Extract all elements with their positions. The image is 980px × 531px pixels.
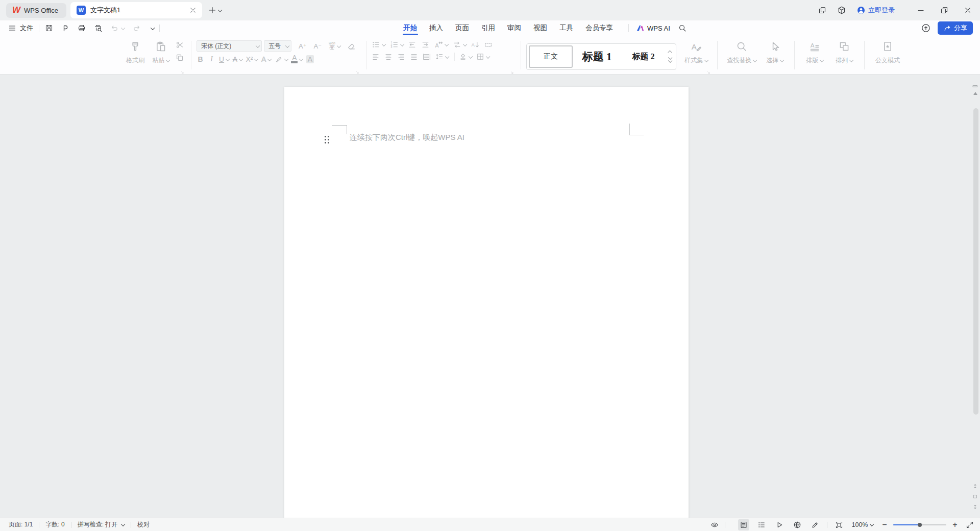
- document-page[interactable]: 连续按下两次Ctrl键，唤起WPS AI: [284, 87, 689, 518]
- tab-home[interactable]: 开始: [403, 20, 417, 36]
- edit-mode-button[interactable]: [810, 519, 821, 530]
- select-button[interactable]: 选择: [761, 40, 789, 74]
- font-color-button[interactable]: A: [291, 55, 303, 63]
- bullet-list-button[interactable]: [372, 40, 385, 49]
- highlight-button[interactable]: [275, 55, 288, 63]
- borders-button[interactable]: [476, 53, 489, 61]
- arrange-button[interactable]: 排列: [829, 40, 859, 74]
- paragraph-drag-handle-icon[interactable]: [325, 136, 330, 144]
- copy-button[interactable]: [176, 54, 184, 62]
- font-size-select[interactable]: 五号: [264, 40, 291, 52]
- close-window-button[interactable]: [964, 6, 972, 14]
- zoom-slider-handle[interactable]: [918, 523, 922, 527]
- undo-button[interactable]: [110, 24, 118, 32]
- tab-stops-button[interactable]: [484, 40, 493, 49]
- export-pdf-button[interactable]: [61, 24, 69, 32]
- bold-button[interactable]: B: [197, 55, 204, 63]
- app-center-icon[interactable]: [837, 6, 846, 15]
- browse-object-button[interactable]: [972, 493, 978, 499]
- char-scale-button[interactable]: A: [434, 40, 448, 49]
- text-effects-button[interactable]: A: [261, 55, 271, 63]
- tab-member[interactable]: 会员专享: [585, 20, 613, 36]
- fullscreen-icon[interactable]: [966, 521, 974, 529]
- cut-button[interactable]: [176, 41, 184, 49]
- tab-insert[interactable]: 插入: [429, 20, 443, 36]
- clipboard-dialog-launcher-icon[interactable]: [180, 68, 185, 73]
- zoom-level[interactable]: 100%: [852, 521, 873, 528]
- numbered-list-button[interactable]: 123: [390, 40, 404, 49]
- login-button[interactable]: 立即登录: [857, 6, 895, 15]
- align-right-button[interactable]: [397, 53, 405, 61]
- print-preview-button[interactable]: [94, 24, 102, 32]
- tab-view[interactable]: 视图: [533, 20, 547, 36]
- new-tab-button[interactable]: [208, 6, 216, 14]
- spellcheck-toggle[interactable]: 拼写检查: 打开: [78, 520, 125, 529]
- format-painter-button[interactable]: 格式刷: [122, 40, 148, 74]
- read-mode-button[interactable]: [774, 519, 785, 530]
- pinyin-guide-button[interactable]: wén变: [329, 41, 335, 51]
- tab-page[interactable]: 页面: [455, 20, 469, 36]
- restore-window-button[interactable]: [940, 6, 948, 14]
- outline-view-button[interactable]: [756, 519, 767, 530]
- document-area[interactable]: 连续按下两次Ctrl键，唤起WPS AI: [0, 75, 980, 518]
- typeset-button[interactable]: A 排版: [800, 40, 829, 74]
- decrease-indent-button[interactable]: [408, 40, 416, 49]
- scrollbar-thumb[interactable]: [973, 108, 978, 415]
- align-left-button[interactable]: [372, 53, 380, 61]
- style-heading1[interactable]: 标题 1: [574, 45, 620, 68]
- file-menu-button[interactable]: 文件: [8, 23, 33, 33]
- zoom-in-button[interactable]: +: [951, 520, 959, 529]
- minimize-button[interactable]: [917, 6, 925, 14]
- font-dialog-launcher-icon[interactable]: [355, 68, 360, 73]
- clear-formatting-button[interactable]: [347, 42, 356, 51]
- styles-dialog-launcher-icon[interactable]: [706, 68, 711, 73]
- next-page-button[interactable]: [972, 503, 978, 510]
- share-button[interactable]: 分享: [938, 21, 973, 35]
- gallery-more-icon[interactable]: [668, 59, 672, 63]
- text-direction-button[interactable]: [453, 40, 467, 49]
- gallery-scroll-up-icon[interactable]: [668, 51, 672, 55]
- save-button[interactable]: [45, 24, 53, 32]
- ruler-toggle-icon[interactable]: [972, 82, 978, 87]
- font-family-select[interactable]: 宋体 (正文): [197, 40, 262, 52]
- print-button[interactable]: [78, 24, 86, 32]
- char-shading-button[interactable]: A: [306, 55, 314, 63]
- eye-protection-icon[interactable]: [710, 521, 719, 529]
- document-tab[interactable]: W 文字文稿1: [70, 2, 202, 18]
- app-home-button[interactable]: W WPS Office: [6, 3, 66, 18]
- line-spacing-button[interactable]: [435, 53, 449, 61]
- web-view-button[interactable]: [792, 519, 803, 530]
- justify-button[interactable]: [410, 53, 418, 61]
- tab-tools[interactable]: 工具: [559, 20, 573, 36]
- proofread-button[interactable]: 校对: [137, 520, 150, 529]
- distribute-button[interactable]: [423, 53, 431, 61]
- find-replace-button[interactable]: 查找替换: [723, 40, 761, 74]
- tab-review[interactable]: 审阅: [507, 20, 521, 36]
- style-normal[interactable]: 正文: [529, 45, 573, 68]
- zoom-out-button[interactable]: −: [881, 520, 888, 529]
- page-indicator[interactable]: 页面: 1/1: [9, 520, 33, 529]
- fit-page-button[interactable]: [834, 519, 845, 530]
- window-manager-icon[interactable]: [818, 6, 826, 14]
- zoom-slider[interactable]: [893, 521, 946, 528]
- underline-button[interactable]: U: [219, 55, 229, 63]
- official-mode-button[interactable]: 公文模式: [870, 40, 905, 74]
- paragraph-dialog-launcher-icon[interactable]: [510, 68, 514, 73]
- close-tab-icon[interactable]: [189, 6, 197, 14]
- align-center-button[interactable]: [384, 53, 393, 61]
- tab-list-chevron-icon[interactable]: [218, 8, 222, 12]
- decrease-font-button[interactable]: A⁻: [314, 42, 322, 50]
- undo-chevron-icon[interactable]: [121, 26, 125, 30]
- paste-button[interactable]: 粘贴: [148, 40, 174, 74]
- customize-toolbar-chevron-icon[interactable]: [150, 26, 154, 30]
- previous-page-button[interactable]: [972, 482, 978, 489]
- redo-button[interactable]: [133, 24, 141, 32]
- vertical-scrollbar[interactable]: [972, 75, 979, 518]
- shading-button[interactable]: [459, 53, 472, 61]
- word-count[interactable]: 字数: 0: [45, 520, 64, 529]
- tab-reference[interactable]: 引用: [481, 20, 495, 36]
- cloud-sync-icon[interactable]: [921, 23, 930, 33]
- superscript-button[interactable]: X²: [246, 55, 258, 63]
- page-view-button[interactable]: [738, 519, 749, 530]
- scroll-up-arrow-icon[interactable]: [973, 92, 977, 95]
